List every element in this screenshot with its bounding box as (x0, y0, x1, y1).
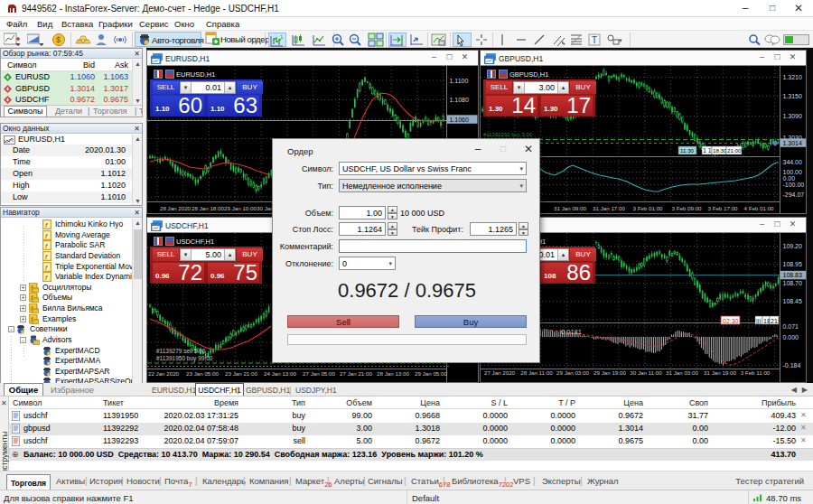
svg-text:0.00: 0.00 (783, 175, 796, 182)
svg-text:108.83: 108.83 (783, 272, 803, 278)
svg-text:3 Feb 09:00: 3 Feb 09:00 (671, 205, 702, 211)
svg-text:1.1100: 1.1100 (450, 78, 469, 84)
svg-text:T: T (592, 35, 597, 45)
svg-text:1: 1 (280, 34, 284, 40)
svg-text:28 Jan 11:00: 28 Jan 11:00 (520, 369, 553, 376)
svg-text:1 1: 1 1 (703, 147, 712, 154)
svg-text:0.000: 0.000 (783, 334, 799, 341)
svg-text:108.45: 108.45 (783, 298, 803, 304)
svg-text:31 Jan 17:00: 31 Jan 17:00 (593, 205, 625, 211)
svg-text:4 Feb 01:00: 4 Feb 01:00 (743, 205, 774, 211)
svg-text:1.3210: 1.3210 (783, 74, 803, 80)
svg-text:28 Jan 2020: 28 Jan 2020 (160, 205, 192, 211)
svg-text:29 Jan 10:00: 29 Jan 10:00 (224, 205, 257, 211)
svg-text:11:30: 11:30 (680, 147, 695, 154)
svg-text:28 Jan 18:00: 28 Jan 18:00 (192, 205, 224, 211)
svg-text:28 Jan 13:00: 28 Jan 13:00 (377, 370, 409, 377)
svg-text:02:30: 02:30 (723, 318, 739, 324)
svg-text:3 Feb 17:00: 3 Feb 17:00 (707, 205, 738, 211)
svg-text:31 Jan 19:00: 31 Jan 19:00 (704, 369, 736, 376)
svg-text:$: $ (56, 35, 61, 44)
svg-text:-294.07: -294.07 (783, 191, 805, 198)
svg-text:29 Jan 03:00: 29 Jan 03:00 (556, 369, 589, 376)
svg-text:30 Jan 11:00: 30 Jan 11:00 (630, 369, 662, 376)
svg-text:23 Jan 21:00: 23 Jan 21:00 (225, 370, 257, 377)
svg-text:21:00: 21:00 (727, 147, 742, 154)
svg-text:18:30: 18:30 (713, 147, 727, 154)
svg-text:108.95: 108.95 (783, 261, 803, 267)
svg-text:0.071: 0.071 (783, 323, 799, 330)
svg-text:#11392292 buy 3.00: #11392292 buy 3.00 (483, 132, 533, 137)
svg-text:3 Feb 11:00: 3 Feb 11:00 (741, 369, 771, 376)
svg-text:108.70: 108.70 (783, 280, 803, 286)
svg-text:24 Jan 13:00: 24 Jan 13:00 (264, 370, 296, 377)
svg-text:|||: ||| (756, 318, 762, 325)
svg-text:3 Feb 01:00: 3 Feb 01:00 (632, 205, 663, 211)
svg-text:27 Jan 05:00: 27 Jan 05:00 (303, 370, 335, 377)
svg-text:21:: 21: (771, 318, 780, 324)
svg-text:#11391950 buy 99.00: #11391950 buy 99.00 (156, 355, 213, 362)
svg-text:23 Jan 05:00: 23 Jan 05:00 (186, 370, 219, 377)
svg-text:1.3150: 1.3150 (783, 93, 803, 99)
svg-text:29 Jan 05:00: 29 Jan 05:00 (415, 370, 447, 377)
svg-text:27 Jan 21:00: 27 Jan 21:00 (340, 370, 372, 377)
svg-text:109.20: 109.20 (783, 243, 803, 249)
svg-text:31 Jan 03:00: 31 Jan 03:00 (666, 369, 698, 376)
svg-text:1.3014: 1.3014 (783, 140, 803, 146)
svg-text:1.1060: 1.1060 (450, 117, 470, 123)
svg-text:-100.00: -100.00 (783, 182, 805, 188)
svg-text:344.00: 344.00 (783, 159, 803, 165)
svg-text:31 Jan 09:00: 31 Jan 09:00 (554, 205, 586, 211)
svg-text:#1139279 sell 5.00: #1139279 sell 5.00 (156, 348, 206, 354)
svg-text:0.0181: 0.0181 (561, 328, 582, 336)
svg-text:22 Jan 2020: 22 Jan 2020 (148, 370, 180, 377)
svg-text:27 Jan 2020: 27 Jan 2020 (484, 369, 516, 376)
svg-text:1.1080: 1.1080 (450, 97, 470, 103)
svg-text:29 Jan 19:00: 29 Jan 19:00 (593, 369, 626, 376)
svg-text:18: 18 (763, 318, 771, 324)
svg-text:-0.184: -0.184 (783, 362, 801, 369)
svg-text:1.3090: 1.3090 (783, 113, 803, 119)
